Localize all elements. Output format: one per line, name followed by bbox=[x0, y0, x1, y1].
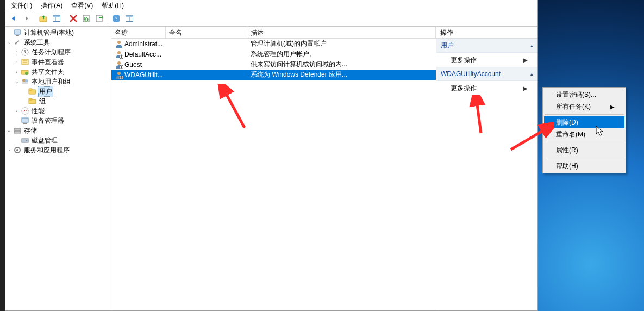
delete-button[interactable] bbox=[67, 13, 79, 24]
tree-label: 用户 bbox=[38, 86, 53, 97]
menu-file[interactable]: 文件(F) bbox=[7, 1, 36, 11]
menu-label: 删除(D) bbox=[556, 118, 578, 127]
collapse-toggle[interactable]: ⌄ bbox=[13, 79, 21, 84]
collapse-triangle-icon: ▴ bbox=[530, 43, 533, 48]
collapse-toggle[interactable]: ⌄ bbox=[5, 40, 13, 45]
performance-icon bbox=[21, 107, 29, 115]
list-row[interactable]: DefaultAcc...系统管理的用户帐户。 bbox=[111, 49, 436, 59]
section-title: 用户 bbox=[441, 41, 454, 50]
tree-device-manager[interactable]: 设备管理器 bbox=[5, 116, 111, 126]
tree-event-viewer[interactable]: › 事件查看器 bbox=[5, 57, 111, 67]
tree-shared-folders[interactable]: › 共享文件夹 bbox=[5, 67, 111, 77]
tree-groups[interactable]: 组 bbox=[5, 96, 111, 106]
actions-section-users[interactable]: 用户 ▴ bbox=[436, 39, 537, 53]
tree-label: 系统工具 bbox=[23, 38, 51, 47]
user-icon bbox=[115, 60, 123, 69]
help-icon: ? bbox=[112, 14, 121, 23]
user-icon bbox=[115, 40, 123, 48]
menu-separator bbox=[545, 142, 624, 142]
menu-view[interactable]: 查看(V) bbox=[67, 1, 97, 11]
tree-disk-management[interactable]: 磁盘管理 bbox=[5, 135, 111, 145]
device-manager-icon bbox=[21, 116, 29, 125]
menu-action[interactable]: 操作(A) bbox=[36, 1, 67, 11]
expand-toggle[interactable]: › bbox=[13, 49, 21, 55]
context-set-password[interactable]: 设置密码(S)... bbox=[544, 89, 624, 101]
context-all-tasks[interactable]: 所有任务(K) ▶ bbox=[544, 101, 624, 113]
tree-label: 任务计划程序 bbox=[30, 48, 72, 57]
actions-section-account[interactable]: WDAGUtilityAccount ▴ bbox=[436, 67, 537, 81]
up-folder-icon bbox=[39, 14, 48, 23]
tree-task-scheduler[interactable]: › 任务计划程序 bbox=[5, 47, 111, 57]
tree-label: 磁盘管理 bbox=[30, 136, 59, 145]
tree-label: 性能 bbox=[30, 107, 46, 116]
tree-label: 存储 bbox=[23, 126, 38, 135]
show-pane-button[interactable] bbox=[51, 13, 62, 24]
disk-icon bbox=[21, 136, 29, 145]
tree-performance[interactable]: › 性能 bbox=[5, 106, 111, 116]
collapse-toggle[interactable]: ⌄ bbox=[5, 128, 13, 133]
list-row[interactable]: Administrat...管理计算机(域)的内置帐户 bbox=[111, 39, 436, 49]
user-name: Guest bbox=[124, 61, 142, 69]
expand-toggle[interactable]: › bbox=[13, 59, 21, 65]
tree-users[interactable]: 用户 bbox=[5, 86, 111, 96]
menu-separator bbox=[545, 158, 624, 158]
cell-name: DefaultAcc... bbox=[111, 50, 166, 59]
action-label: 更多操作 bbox=[451, 84, 477, 93]
menu-label: 属性(R) bbox=[556, 146, 578, 155]
action-more-account[interactable]: 更多操作 ▶ bbox=[436, 81, 537, 95]
list-body[interactable]: Administrat...管理计算机(域)的内置帐户DefaultAcc...… bbox=[111, 39, 436, 310]
tree-system-tools[interactable]: ⌄ 系统工具 bbox=[5, 38, 111, 47]
panes-icon bbox=[125, 14, 134, 23]
user-name: WDAGUtilit... bbox=[124, 71, 163, 79]
expand-toggle[interactable]: › bbox=[13, 108, 21, 114]
svg-rect-27 bbox=[22, 118, 28, 122]
tree-label: 共享文件夹 bbox=[30, 67, 65, 77]
context-properties[interactable]: 属性(R) bbox=[544, 144, 624, 156]
tree-services-apps[interactable]: › 服务和应用程序 bbox=[5, 145, 111, 155]
pane-options-button[interactable] bbox=[123, 13, 135, 24]
refresh-button[interactable] bbox=[80, 13, 92, 24]
context-rename[interactable]: 重命名(M) bbox=[544, 128, 624, 140]
submenu-arrow-icon: ▶ bbox=[610, 104, 615, 110]
back-button[interactable] bbox=[8, 13, 20, 24]
svg-rect-25 bbox=[29, 98, 32, 100]
computer-icon bbox=[13, 28, 22, 37]
svg-point-32 bbox=[26, 140, 27, 141]
up-folder-button[interactable] bbox=[37, 13, 49, 24]
tree-storage[interactable]: ⌄ 存储 bbox=[5, 126, 111, 135]
tree-root[interactable]: 计算机管理(本地) bbox=[5, 28, 111, 38]
column-name[interactable]: 名称 bbox=[111, 27, 166, 38]
user-icon bbox=[115, 71, 123, 79]
expand-toggle[interactable]: › bbox=[13, 69, 21, 74]
svg-rect-29 bbox=[14, 128, 21, 130]
forward-button[interactable] bbox=[21, 13, 33, 24]
menu-label: 所有任务(K) bbox=[556, 102, 591, 111]
page-refresh-icon bbox=[82, 14, 91, 23]
expand-toggle[interactable]: › bbox=[5, 147, 13, 153]
list-row[interactable]: Guest供来宾访问计算机或访问域的内... bbox=[111, 59, 436, 70]
action-more-users[interactable]: 更多操作 ▶ bbox=[436, 53, 537, 67]
shared-folder-icon bbox=[21, 67, 29, 76]
tree-panel[interactable]: 计算机管理(本地) ⌄ 系统工具 › 任务计划程序 › 事件查看器 › 共享文件… bbox=[5, 27, 111, 310]
export-button[interactable] bbox=[93, 13, 105, 24]
delete-x-icon bbox=[70, 15, 77, 22]
list-row[interactable]: WDAGUtilit...系统为 Windows Defender 应用... bbox=[111, 70, 436, 80]
tree-local-users-groups[interactable]: ⌄ 本地用户和组 bbox=[5, 77, 111, 86]
svg-rect-23 bbox=[29, 89, 32, 90]
tree-label: 事件查看器 bbox=[30, 58, 65, 67]
menu-help[interactable]: 帮助(H) bbox=[97, 1, 128, 11]
user-icon bbox=[115, 50, 123, 59]
svg-rect-2 bbox=[53, 16, 60, 17]
svg-text:?: ? bbox=[115, 16, 118, 22]
tree-label: 本地用户和组 bbox=[30, 77, 72, 86]
menu-bar: 文件(F) 操作(A) 查看(V) 帮助(H) bbox=[5, 0, 537, 11]
svg-rect-11 bbox=[14, 30, 21, 34]
help-button[interactable]: ? bbox=[110, 13, 122, 24]
context-delete[interactable]: 删除(D) bbox=[544, 116, 624, 128]
column-fullname[interactable]: 全名 bbox=[166, 27, 247, 38]
column-description[interactable]: 描述 bbox=[247, 27, 436, 38]
context-help[interactable]: 帮助(H) bbox=[544, 160, 624, 172]
list-panel: 名称 全名 描述 Administrat...管理计算机(域)的内置帐户Defa… bbox=[111, 27, 436, 310]
svg-rect-9 bbox=[126, 16, 133, 17]
tree-label: 服务和应用程序 bbox=[23, 146, 71, 155]
